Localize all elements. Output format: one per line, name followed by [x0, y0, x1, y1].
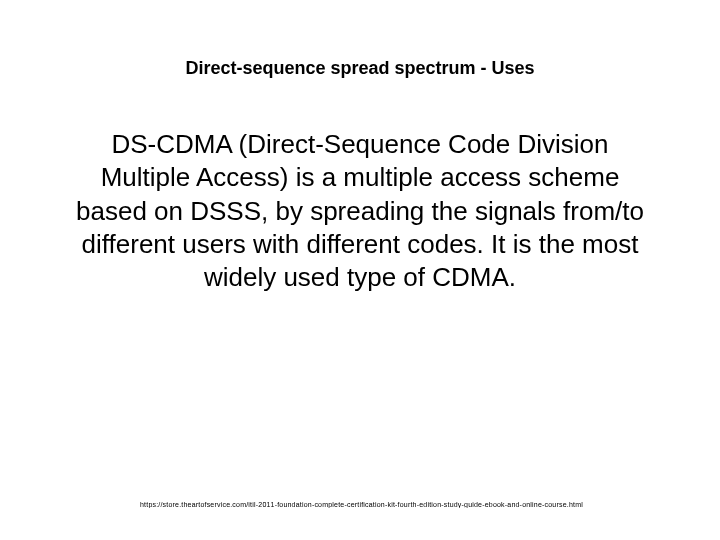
slide-body-text: DS-CDMA (Direct-Sequence Code Division M…	[70, 128, 650, 294]
slide-title: Direct-sequence spread spectrum - Uses	[0, 58, 720, 79]
slide: Direct-sequence spread spectrum - Uses D…	[0, 0, 720, 540]
footer-link-text: https://store.theartofservice.com/itil-2…	[140, 501, 660, 508]
